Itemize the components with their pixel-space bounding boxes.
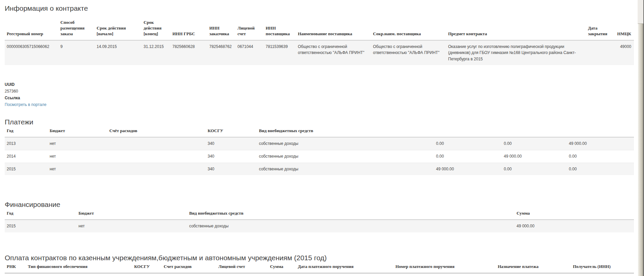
page-content: Информация о контракте Реестровый номер … — [5, 0, 634, 274]
cell-budget: нет — [76, 220, 187, 232]
column-header-inn-customer: ИНН заказчика — [207, 19, 235, 40]
column-header-extrabudget: Вид внебюджетных средств — [187, 210, 515, 220]
column-header-term-start: Срок действия [начало] — [95, 19, 142, 40]
cell-amount-1: 0.00 — [434, 137, 502, 150]
financing-table: Год Бюджет Вид внебюджетных средств Сумм… — [5, 210, 634, 232]
contract-payment-header-row: РНК Тип финансового обеспечения КОСГУ Сч… — [5, 263, 634, 273]
cell-amount-2: 49 000.00 — [502, 150, 567, 163]
cell-amount-1: 49 000.00 — [434, 163, 502, 175]
payments-row-2014: 2014 нет 340 собственные доходы 0.00 49 … — [5, 150, 634, 163]
payments-table: Год Бюджет Счёт расходов КОСГУ Вид внебю… — [5, 127, 634, 175]
column-header-sum: Сумма — [268, 263, 296, 273]
contract-info-title: Информация о контракте — [5, 4, 634, 12]
column-header-supplier-short: Сокр.наим. поставщика — [371, 19, 446, 40]
uuid-value: 257360 — [5, 88, 634, 95]
cell-subject: Оказание услуг по изготовлению полиграфи… — [446, 40, 586, 65]
column-header-inn-grbs: ИНН ГРБС — [170, 19, 207, 40]
cell-sum: 49 000.00 — [515, 220, 634, 232]
cell-placement-method: 9 — [58, 40, 95, 65]
cell-budget: нет — [48, 150, 107, 163]
cell-budget: нет — [48, 163, 107, 175]
uuid-label: UUID — [5, 81, 634, 88]
cell-amount-3: 0.00 — [567, 150, 634, 163]
financing-title: Финансирование — [5, 201, 634, 209]
contract-payment-title: Оплата контрактов по казенным учреждения… — [5, 254, 634, 262]
contract-info-table: Реестровый номер Способ размещения заказ… — [5, 19, 634, 65]
uuid-link-block: UUID 257360 Ссылка Посмотреть в портале — [5, 81, 634, 108]
cell-extrabudget: собственные доходы — [257, 137, 434, 150]
column-header-payorder-num: Номер платежного поручения — [393, 263, 496, 273]
portal-link[interactable]: Посмотреть в портале — [5, 102, 47, 107]
column-header-personal-acct: Лицевой счет — [216, 263, 268, 273]
cell-year: 2015 — [5, 220, 76, 232]
column-header-pay-purpose: Назначение платежа — [496, 263, 571, 273]
column-header-kosgu: КОСГУ — [132, 263, 162, 273]
column-header-supplier-name: Наименование поставщика — [296, 19, 371, 40]
column-header-amount-3 — [567, 127, 634, 137]
link-label: Ссылка — [5, 95, 634, 101]
cell-kosgu: 340 — [206, 150, 257, 163]
cell-registry-number: 0000006305715066062 — [5, 40, 58, 65]
cell-kosgu: 340 — [206, 137, 257, 150]
column-header-close-date: Дата закрытия — [586, 19, 614, 40]
payments-title: Платежи — [5, 118, 634, 126]
financing-header-row: Год Бюджет Вид внебюджетных средств Сумм… — [5, 210, 634, 220]
contract-payment-table: РНК Тип финансового обеспечения КОСГУ Сч… — [5, 263, 634, 274]
payments-row-2013: 2013 нет 340 собственные доходы 0.00 0.0… — [5, 137, 634, 150]
cell-amount-2: 0.00 — [502, 137, 567, 150]
cell-extrabudget: собственные доходы — [257, 163, 434, 175]
column-header-recipient-inn: Получатель (ИНН) — [571, 263, 634, 273]
cell-term-end: 31.12.2015 — [142, 40, 170, 65]
cell-supplier-name: Общество с ограниченной ответственностью… — [296, 40, 371, 65]
cell-inn-supplier: 7811539639 — [264, 40, 296, 65]
column-header-extrabudget: Вид внебюджетных средств — [257, 127, 434, 137]
column-header-inn-supplier: ИНН поставщика — [264, 19, 296, 40]
vertical-scrollbar-track[interactable] — [638, 0, 643, 276]
column-header-payorder-date: Дата платежного поручения — [296, 263, 393, 273]
column-header-placement-method: Способ размещения заказа — [58, 19, 95, 40]
cell-extrabudget: собственные доходы — [257, 150, 434, 163]
cell-amount-2: 0.00 — [502, 163, 567, 175]
financing-row-2015: 2015 нет собственные доходы 49 000.00 — [5, 220, 634, 232]
cell-budget: нет — [48, 137, 107, 150]
contract-info-header-row: Реестровый номер Способ размещения заказ… — [5, 19, 634, 40]
cell-expense-acct — [107, 137, 206, 150]
column-header-expense-acct: Счёт расходов — [107, 127, 206, 137]
cell-personal-account: 0671044 — [235, 40, 264, 65]
column-header-expense-acct: Счет расходов — [162, 263, 216, 273]
column-header-kosgu: КОСГУ — [206, 127, 257, 137]
column-header-budget: Бюджет — [48, 127, 107, 137]
cell-close-date — [586, 40, 614, 65]
column-header-registry-number: Реестровый номер — [5, 19, 58, 40]
cell-expense-acct — [107, 150, 206, 163]
column-header-nmck: НМЦК — [614, 19, 634, 40]
cell-kosgu: 340 — [206, 163, 257, 175]
payments-row-2015: 2015 нет 340 собственные доходы 49 000.0… — [5, 163, 634, 175]
cell-year: 2015 — [5, 163, 48, 175]
cell-amount-3: 49 000.00 — [567, 137, 634, 150]
cell-expense-acct — [107, 163, 206, 175]
column-header-term-end: Срок действия [конец] — [142, 19, 170, 40]
column-header-budget: Бюджет — [76, 210, 187, 220]
cell-inn-customer: 7825468762 — [207, 40, 235, 65]
payments-header-row: Год Бюджет Счёт расходов КОСГУ Вид внебю… — [5, 127, 634, 137]
column-header-subject: Предмет контракта — [446, 19, 586, 40]
contract-info-row: 0000006305715066062 9 14.09.2015 31.12.2… — [5, 40, 634, 65]
column-header-amount-2 — [502, 127, 567, 137]
cell-nmck: 49000 — [614, 40, 634, 65]
cell-amount-1: 0.00 — [434, 150, 502, 163]
column-header-sum: Сумма — [515, 210, 634, 220]
column-header-year: Год — [5, 210, 76, 220]
cell-year: 2013 — [5, 137, 48, 150]
column-header-year: Год — [5, 127, 48, 137]
vertical-scrollbar-thumb[interactable] — [638, 23, 643, 276]
cell-term-start: 14.09.2015 — [95, 40, 142, 65]
cell-inn-grbs: 7825660628 — [170, 40, 207, 65]
column-header-personal-account: Лицевой счет — [235, 19, 264, 40]
cell-extrabudget: собственные доходы — [187, 220, 515, 232]
column-header-amount-1 — [434, 127, 502, 137]
cell-amount-3: 0.00 — [567, 163, 634, 175]
column-header-rnk: РНК — [5, 263, 26, 273]
column-header-fin-type: Тип финансового обеспечения — [26, 263, 132, 273]
cell-supplier-short: Общество с ограниченной ответственностью… — [371, 40, 446, 65]
